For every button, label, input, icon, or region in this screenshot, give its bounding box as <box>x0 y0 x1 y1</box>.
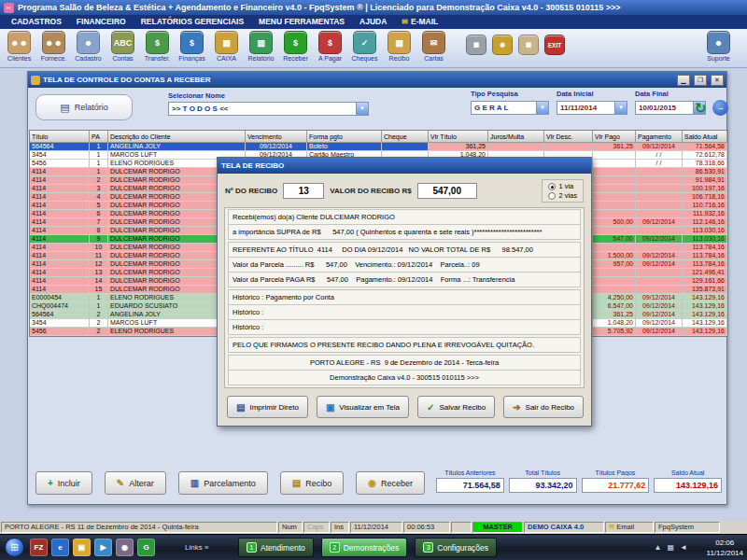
action-buttons: + Incluir ✎ Alterar ▥ Parcelamento ▤ Rec… <box>35 471 425 495</box>
select-name-combo[interactable]: >> T O D O S << ▼ <box>168 102 369 116</box>
toolbar-transferencia[interactable]: $ Transfer. <box>140 30 175 62</box>
cell-saldo-atual: 110.716,16 <box>683 202 727 210</box>
explorer-icon[interactable]: e <box>51 539 69 556</box>
total-titles: Total Títulos 93.342,20 <box>509 469 577 493</box>
start-button[interactable]: ⊞ <box>5 538 24 557</box>
table-row[interactable]: 564564 1 ANGELINA JOLY 09/12/2014 Boleto… <box>30 143 727 151</box>
taskbar-tasks: 1 Atendimento 2 Demonstrações 3 Configur… <box>238 538 497 557</box>
select-name-label: Selecionar Nome <box>168 91 225 100</box>
quick-launch: FZ e ▣ ▶ ◉ G <box>30 539 155 556</box>
image-tool-icon[interactable]: ◉ <box>116 539 134 556</box>
toolbar-contas[interactable]: ABC Contas <box>106 30 140 62</box>
menu-email[interactable]: ✉E-MAIL <box>394 15 445 29</box>
volume-icon[interactable]: ◄ <box>680 543 687 552</box>
go-icon[interactable]: → <box>712 100 728 116</box>
receive-button[interactable]: ◉ Receber <box>356 471 425 495</box>
menu-relatorios-gerenciais[interactable]: RELATÓRIOS GERENCIAIS <box>134 15 251 29</box>
column-header[interactable]: Juros/Multa <box>488 131 544 143</box>
cell-vlr-pago: 957,00 <box>593 260 636 269</box>
toolbar-fornecedores[interactable]: ☻☻ Fornece. <box>36 30 71 62</box>
toolbar-caixa[interactable]: ▤ CAIXA <box>209 30 244 62</box>
cell-pagamento <box>636 244 683 252</box>
cell-vlr-pago <box>593 227 636 235</box>
refresh-icon[interactable]: ↻ <box>695 100 707 117</box>
column-header[interactable]: Saldo Atual <box>683 131 727 143</box>
cell-vlr-pago <box>593 168 636 176</box>
toolbar-a-pagar[interactable]: $ A Pagar <box>313 30 347 62</box>
chevron-down-icon[interactable]: ▼ <box>536 102 548 114</box>
menu-ajuda[interactable]: AJUDA <box>352 15 394 29</box>
receipt-number-field[interactable]: 13 <box>283 183 324 199</box>
toolbar-recibo[interactable]: ▤ Recibo <box>382 30 416 62</box>
toolbar-clientes[interactable]: ☻☻ Clientes <box>2 30 36 62</box>
column-header[interactable]: Vlr Título <box>429 131 488 143</box>
date-start-input[interactable]: 11/11/2014 ▼ <box>557 101 627 115</box>
menu-cadastros[interactable]: CADASTROS <box>4 15 69 29</box>
column-header[interactable]: Título <box>30 131 90 143</box>
toolbar-financas[interactable]: $ Finanças <box>175 30 209 62</box>
column-header[interactable]: Vlr Pago <box>593 131 636 143</box>
toolbar-icon: ☻☻ <box>7 31 31 54</box>
app-titlebar: ✂ Programa Salão de Beleza & Estética + … <box>0 0 747 15</box>
receipt-dialog-titlebar[interactable]: TELA DE RECIBO <box>218 158 591 174</box>
media-player-icon[interactable]: ▶ <box>94 539 112 556</box>
column-header[interactable]: Vencimento <box>246 131 307 143</box>
cell-titulo: 4114 <box>30 210 90 218</box>
radio-1-via[interactable]: 1 via <box>548 182 577 190</box>
toolbar-relatorio[interactable]: ▥ Relatório <box>244 30 278 62</box>
calculator-icon[interactable]: ▦ <box>466 35 486 55</box>
chevron-down-icon[interactable]: ▼ <box>356 103 368 115</box>
cell-titulo: 4114 <box>30 235 90 244</box>
toolbar-suporte[interactable]: ☻ Suporte <box>701 30 736 62</box>
print-direct-button[interactable]: ▤ Imprimir Direto <box>227 396 308 418</box>
receipt-line: Valor da Parcela ......... R$ 547,00 Ven… <box>228 257 581 273</box>
taskbar-task-button[interactable]: 1 Atendimento <box>238 538 314 557</box>
toolbar-cheques[interactable]: ✓ Cheques <box>347 30 382 62</box>
receivables-window-titlebar[interactable]: TELA DE CONTROLE DO CONTAS A RECEBER ▁ ❐… <box>28 72 726 88</box>
filezilla-icon[interactable]: FZ <box>30 539 48 556</box>
toolbar-cartas[interactable]: ✉ Cartas <box>416 30 451 62</box>
column-header[interactable]: Descrição do Cliente <box>108 131 246 143</box>
green-app-icon[interactable]: G <box>137 539 155 556</box>
cell-pagamento: 09/12/2014 <box>636 218 683 227</box>
taskbar-task-button[interactable]: 3 Configurações <box>415 538 497 557</box>
cell-pa: 11 <box>90 252 108 260</box>
toolbar-icon: ▥ <box>249 31 273 54</box>
menu-financeiro[interactable]: FINANCEIRO <box>69 15 134 29</box>
folder-icon[interactable]: ▣ <box>73 539 91 556</box>
include-button[interactable]: + Incluir <box>35 471 92 495</box>
search-type-combo[interactable]: G E R A L ▼ <box>471 101 549 115</box>
column-header[interactable]: Pagamento <box>636 131 683 143</box>
calendar-icon[interactable]: ▦ <box>518 35 539 55</box>
receipt-value-field[interactable]: 547,00 <box>417 183 477 199</box>
cell-vlr-pago <box>593 277 636 286</box>
save-receipt-button[interactable]: ✓ Salvar Recibo <box>417 396 495 418</box>
column-header[interactable]: PA <box>90 131 108 143</box>
view-on-screen-button[interactable]: ▣ Visualizar em Tela <box>317 396 409 418</box>
links-label[interactable]: Links » <box>185 543 208 552</box>
exit-icon[interactable]: EXIT <box>544 35 565 55</box>
taskbar-task-button[interactable]: 2 Demonstrações <box>321 538 408 557</box>
edit-button[interactable]: ✎ Alterar <box>105 471 166 495</box>
exit-receipt-button[interactable]: ➔ Sair do Recibo <box>503 396 584 418</box>
column-header[interactable]: Forma pgto <box>307 131 382 143</box>
coins-icon[interactable]: ◉ <box>492 35 513 55</box>
maximize-button[interactable]: ❐ <box>694 75 707 86</box>
column-header[interactable]: Vlr Desc. <box>544 131 593 143</box>
report-button[interactable]: ▤ Relatório <box>35 94 133 120</box>
installments-button[interactable]: ▥ Parcelamento <box>178 471 268 495</box>
network-icon[interactable]: ▦ <box>668 543 675 552</box>
table-header: Título PA Descrição do Cliente Venciment… <box>30 131 727 143</box>
menu-ferramentas[interactable]: MENU FERRAMENTAS <box>251 15 352 29</box>
chevron-down-icon[interactable]: ▼ <box>614 102 627 114</box>
cell-cliente: ANGELINA JOLY <box>108 143 246 151</box>
radio-2-vias[interactable]: 2 vias <box>548 191 577 200</box>
toolbar-receber[interactable]: $ Receber <box>278 30 313 62</box>
minimize-button[interactable]: ▁ <box>677 75 690 86</box>
close-button[interactable]: ✕ <box>711 75 724 86</box>
column-header[interactable]: Cheque <box>382 131 429 143</box>
receipt-button[interactable]: ▤ Recibo <box>280 471 344 495</box>
tray-expand-icon[interactable]: ▲ <box>655 543 662 552</box>
toolbar-cadastro[interactable]: ☻ Cadastro <box>71 30 106 62</box>
taskbar-clock[interactable]: 02:06 11/12/2014 <box>707 538 743 558</box>
